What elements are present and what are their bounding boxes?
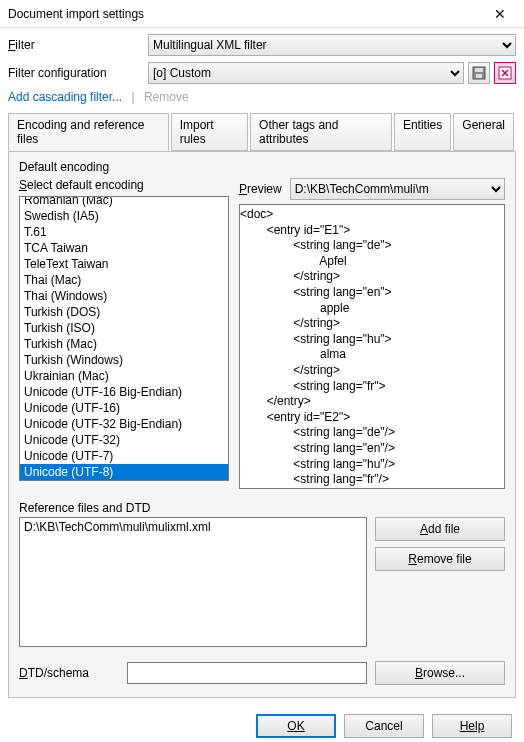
save-config-icon[interactable] (468, 62, 490, 84)
restore-defaults-icon[interactable] (494, 62, 516, 84)
encoding-listbox[interactable]: OEM CyrillicOEM Multilingual Latin IOEM … (19, 196, 229, 481)
browse-button[interactable]: Browse... (375, 661, 505, 685)
remove-file-button[interactable]: Remove file (375, 547, 505, 571)
close-icon[interactable]: ✕ (480, 6, 520, 22)
select-encoding-label: Select default encoding (19, 178, 229, 192)
dialog-button-bar: OK Cancel Help (0, 704, 524, 742)
list-item[interactable]: Unicode (UTF-32) (20, 432, 228, 448)
window-title: Document import settings (8, 7, 144, 21)
remove-cascading-filter-link: Remove (144, 90, 189, 104)
filter-combo[interactable]: Multilingual XML filter (148, 34, 516, 56)
reference-files-listbox[interactable]: D:\KB\TechComm\muli\mulixml.xml (19, 517, 367, 647)
preview-file-combo[interactable]: D:\KB\TechComm\muli\m (290, 178, 505, 200)
list-item[interactable]: Unicode (UTF-8) (20, 464, 228, 480)
list-item[interactable]: Turkish (Windows) (20, 352, 228, 368)
tabs: Encoding and reference filesImport rules… (8, 112, 516, 151)
dtd-schema-label: DTD/schema (19, 666, 119, 680)
tab-general[interactable]: General (453, 113, 514, 151)
list-item[interactable]: Ukrainian (Mac) (20, 368, 228, 384)
tab-encoding-and-reference-files[interactable]: Encoding and reference files (8, 113, 169, 151)
list-item[interactable]: T.61 (20, 224, 228, 240)
tab-panel-encoding: Default encoding Select default encoding… (8, 151, 516, 698)
list-item[interactable]: Thai (Windows) (20, 288, 228, 304)
add-file-button[interactable]: Add file (375, 517, 505, 541)
preview-box[interactable]: <doc> <entry id="E1"> <string lang="de">… (239, 204, 505, 489)
ok-button[interactable]: OK (256, 714, 336, 738)
list-item[interactable]: Turkish (Mac) (20, 336, 228, 352)
filter-config-label: Filter configuration (8, 66, 148, 80)
separator: | (131, 90, 134, 104)
list-item[interactable]: TeleText Taiwan (20, 256, 228, 272)
list-item[interactable]: Unicode (UTF-16) (20, 400, 228, 416)
list-item[interactable]: Unicode (UTF-7) (20, 448, 228, 464)
list-item[interactable]: Unicode (UTF-16 Big-Endian) (20, 384, 228, 400)
list-item[interactable]: Swedish (IA5) (20, 208, 228, 224)
default-encoding-label: Default encoding (19, 160, 505, 174)
help-button[interactable]: Help (432, 714, 512, 738)
list-item[interactable]: Romanian (Mac) (20, 196, 228, 208)
tab-import-rules[interactable]: Import rules (171, 113, 248, 151)
filter-config-combo[interactable]: [o] Custom (148, 62, 464, 84)
list-item[interactable]: Turkish (DOS) (20, 304, 228, 320)
tab-other-tags-and-attributes[interactable]: Other tags and attributes (250, 113, 392, 151)
add-cascading-filter-link[interactable]: Add cascading filter... (8, 90, 122, 104)
list-item[interactable]: TCA Taiwan (20, 240, 228, 256)
filter-label: Filter (8, 38, 148, 52)
list-item[interactable]: Unicode (UTF-32 Big-Endian) (20, 416, 228, 432)
list-item[interactable]: Turkish (ISO) (20, 320, 228, 336)
preview-label: Preview (239, 182, 282, 196)
list-item[interactable]: Thai (Mac) (20, 272, 228, 288)
svg-rect-1 (475, 68, 483, 72)
reference-label: Reference files and DTD (19, 501, 505, 515)
dtd-schema-input[interactable] (127, 662, 367, 684)
svg-rect-2 (476, 74, 482, 78)
tab-entities[interactable]: Entities (394, 113, 451, 151)
list-item[interactable]: D:\KB\TechComm\muli\mulixml.xml (24, 520, 362, 534)
title-bar: Document import settings ✕ (0, 0, 524, 28)
cancel-button[interactable]: Cancel (344, 714, 424, 738)
